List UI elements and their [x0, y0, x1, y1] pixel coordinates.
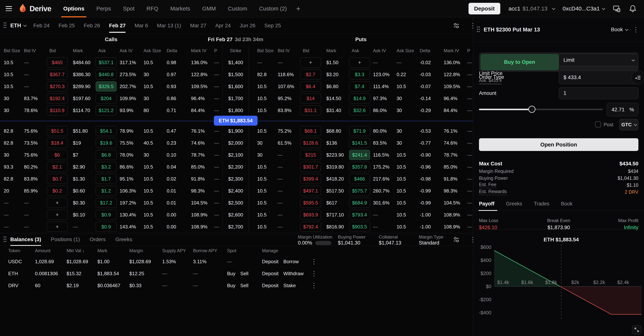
- call-bid-button[interactable]: $6: [47, 150, 68, 160]
- expiry-tab-feb-27[interactable]: Feb 27: [109, 18, 126, 34]
- call-ask-button[interactable]: $1.2: [96, 186, 116, 196]
- call-ask-button[interactable]: $440.8: [96, 69, 116, 80]
- time-in-force-select[interactable]: GTC: [619, 119, 638, 130]
- expiry-tab-apr-24[interactable]: Apr 24: [215, 18, 231, 34]
- expand-chart-icon[interactable]: [632, 325, 642, 334]
- put-ask-button[interactable]: $241.4: [349, 150, 370, 160]
- spot-price-pill[interactable]: ETH $1,883.54: [214, 116, 258, 126]
- spot-action-sell[interactable]: Sell: [240, 271, 248, 276]
- put-ask-button[interactable]: $793.4: [349, 210, 370, 220]
- nav-tab-custom-2[interactable]: Custom (2): [258, 0, 288, 18]
- put-ask-button[interactable]: $141.5: [349, 138, 370, 148]
- call-ask-button[interactable]: $17.2: [96, 198, 116, 208]
- call-bid-button[interactable]: $367.7: [47, 69, 68, 80]
- chain-settings-sliders-icon[interactable]: [453, 22, 460, 29]
- expiry-tab-sep-25[interactable]: Sep 25: [264, 18, 281, 34]
- devices-icon[interactable]: 0: [612, 5, 621, 13]
- put-ask-button[interactable]: $71.9: [349, 126, 370, 136]
- portfolio-tab-greeks[interactable]: Greeks: [115, 233, 132, 246]
- put-bid-button[interactable]: $399.4: [300, 174, 321, 184]
- open-position-button[interactable]: Open Position: [479, 138, 638, 151]
- put-bid-button[interactable]: +: [300, 58, 321, 68]
- call-bid-button[interactable]: $0.7: [47, 174, 68, 184]
- percent-box[interactable]: 42.71 %: [607, 103, 638, 116]
- spot-action-sell[interactable]: Sell: [240, 283, 248, 288]
- row-kebab-menu-icon[interactable]: ⋮: [310, 270, 322, 277]
- put-bid-button[interactable]: $6.4: [300, 81, 321, 92]
- put-ask-button[interactable]: $684.9: [349, 198, 370, 208]
- put-bid-button[interactable]: $693.9: [300, 210, 321, 220]
- call-ask-button[interactable]: $329.5: [96, 81, 116, 92]
- nav-tab-spot[interactable]: Spot: [122, 0, 135, 18]
- nav-tab-markets[interactable]: Markets: [170, 0, 191, 18]
- summary-label[interactable]: Est. Rewards: [479, 189, 507, 195]
- put-bid-button[interactable]: $31.1: [300, 105, 321, 115]
- post-only-checkbox[interactable]: [595, 121, 601, 127]
- expiry-tab-feb-26[interactable]: Feb 26: [84, 18, 100, 34]
- deposit-button[interactable]: Deposit: [468, 3, 500, 15]
- call-bid-button[interactable]: $110.9: [47, 105, 68, 115]
- detail-tab-trades[interactable]: Trades: [534, 201, 550, 210]
- hamburger-menu-icon[interactable]: [6, 6, 12, 11]
- manage-action-deposit[interactable]: Deposit: [262, 259, 278, 264]
- spot-action-buy[interactable]: Buy: [227, 283, 236, 288]
- row-kebab-menu-icon[interactable]: ⋮: [310, 258, 322, 265]
- put-bid-button[interactable]: $595.5: [300, 198, 321, 208]
- call-ask-button[interactable]: $121.2: [96, 105, 116, 115]
- detail-tab-payoff[interactable]: Payoff: [479, 201, 494, 210]
- spot-action-buy[interactable]: Buy: [227, 271, 236, 276]
- put-ask-button[interactable]: $575.7: [349, 186, 370, 196]
- summary-label[interactable]: Est. Fee: [479, 182, 496, 188]
- call-ask-button[interactable]: $204: [96, 93, 116, 104]
- call-ask-button[interactable]: $54.1: [96, 126, 116, 136]
- manage-action-stake[interactable]: Stake: [283, 283, 296, 288]
- call-ask-button[interactable]: $537.1: [96, 58, 116, 68]
- book-select[interactable]: Book: [611, 27, 628, 33]
- put-ask-button[interactable]: $32.6: [349, 105, 370, 115]
- call-bid-button[interactable]: $0.2: [47, 186, 68, 196]
- expiry-tab-mar-6[interactable]: Mar 6: [134, 18, 148, 34]
- nav-tab-gmm[interactable]: GMM: [202, 0, 216, 18]
- put-bid-button[interactable]: $301.7: [300, 162, 321, 172]
- expiry-tab-mar-27[interactable]: Mar 27: [190, 18, 206, 34]
- expiry-tab-jun-26[interactable]: Jun 26: [240, 18, 256, 34]
- call-bid-button[interactable]: +: [47, 210, 68, 220]
- call-ask-button[interactable]: $6.8: [96, 150, 116, 160]
- manage-action-withdraw[interactable]: Withdraw: [283, 271, 304, 276]
- call-bid-button[interactable]: +: [47, 198, 68, 208]
- detail-tab-greeks[interactable]: Greeks: [506, 201, 522, 210]
- call-bid-button[interactable]: $2.1: [47, 162, 68, 172]
- call-bid-button[interactable]: +: [47, 222, 68, 232]
- put-bid-button[interactable]: $2.7: [300, 69, 321, 80]
- drag-handle-icon[interactable]: [3, 22, 7, 29]
- call-bid-button[interactable]: $465: [47, 58, 68, 68]
- call-bid-button[interactable]: $18.4: [47, 138, 68, 148]
- call-bid-button[interactable]: $192.4: [47, 93, 68, 104]
- put-bid-button[interactable]: $14: [300, 93, 321, 104]
- drag-handle-icon[interactable]: [476, 26, 480, 33]
- ask-price-link[interactable]: Ask: $433.4: [479, 78, 502, 84]
- side-tab-buy-to-open[interactable]: Buy to Open: [480, 54, 559, 70]
- derive-logo[interactable]: Derive: [18, 3, 51, 14]
- call-ask-button[interactable]: $3.2: [96, 162, 116, 172]
- put-ask-button[interactable]: $3.3: [349, 69, 370, 80]
- put-bid-button[interactable]: $68.1: [300, 126, 321, 136]
- manage-action-deposit[interactable]: Deposit: [262, 271, 278, 276]
- put-ask-button[interactable]: +: [349, 58, 370, 68]
- put-ask-button[interactable]: $903.5: [349, 222, 370, 232]
- size-slider[interactable]: [479, 109, 603, 110]
- put-ask-button[interactable]: $7.4: [349, 81, 370, 92]
- notifications-bell-icon[interactable]: [629, 5, 636, 13]
- drag-handle-icon[interactable]: [3, 236, 7, 243]
- asset-select[interactable]: ETH: [10, 23, 26, 29]
- put-bid-button[interactable]: $128.6: [300, 138, 321, 148]
- nav-tab-perps[interactable]: Perps: [96, 0, 112, 18]
- add-layout-tab-button[interactable]: +: [296, 5, 300, 13]
- put-ask-button[interactable]: $357.8: [349, 162, 370, 172]
- slider-handle[interactable]: [528, 106, 536, 113]
- limit-price-input[interactable]: [559, 71, 638, 84]
- call-bid-button[interactable]: $51.5: [47, 126, 68, 136]
- amount-input[interactable]: [559, 87, 638, 99]
- put-bid-button[interactable]: $497.1: [300, 186, 321, 196]
- detail-tab-book[interactable]: Book: [561, 201, 572, 210]
